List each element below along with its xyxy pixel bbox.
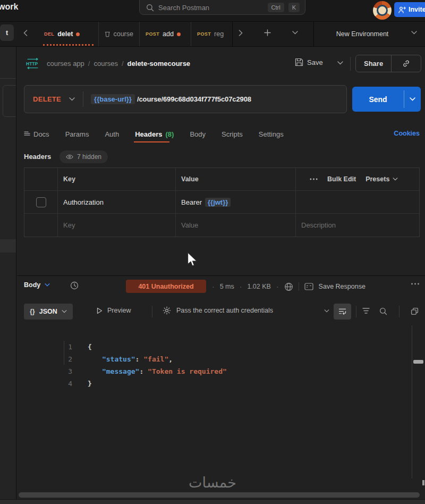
header-value-cell[interactable]: Bearer {{jwt}} [176,191,296,214]
select-column-header [24,168,58,191]
editor-scrollbar-thumb[interactable] [413,360,423,364]
url-editor[interactable]: DELETE {{base-url}} /course/699c68d034f7… [24,85,347,113]
search-response-button[interactable] [379,307,387,315]
save-response-button[interactable]: Save Response [319,283,366,290]
new-key-input[interactable]: Key [58,214,176,237]
copy-icon [411,307,419,315]
tab-post-add[interactable]: POST add [139,22,191,46]
tab-label: reg [214,30,224,38]
tab-course[interactable]: course [98,22,139,46]
status-badge: 401 Unauthorized [126,280,206,293]
search-icon [379,307,387,315]
preview-button[interactable]: Preview [97,307,131,314]
globe-icon[interactable] [284,282,293,291]
method-chip-post: POST [197,31,211,37]
row-checkbox[interactable] [36,197,46,207]
method-chip-post: POST [146,31,159,37]
request-tabbar: t DEL delet course POST add POST reg [0,22,425,47]
scroll-tabs-right-button[interactable] [239,30,243,36]
chevron-down-icon [411,31,417,35]
send-options-button[interactable] [404,87,421,112]
avatar[interactable] [373,1,392,20]
invite-button[interactable]: Invite [394,2,425,17]
url-variable[interactable]: {{base-url}} [91,94,135,104]
scroll-tabs-left-button[interactable] [23,30,28,36]
environment-selector[interactable]: New Environment [318,22,407,46]
tab-params[interactable]: Params [65,130,89,138]
send-button[interactable]: Send [352,87,404,112]
dot-separator: · [276,282,279,291]
headers-section-title: Headers [24,153,51,161]
headers-count: (8) [165,130,174,138]
new-description-input[interactable]: Description [296,214,419,237]
url-path[interactable]: /course/699c68d034f777f5c07c2908 [137,95,251,103]
breadcrumb-workspace[interactable]: courses app [47,60,84,68]
tab-options-button[interactable] [292,31,298,35]
tab-delete-request[interactable]: DEL delet [38,22,98,46]
tab-label: delet [57,30,73,38]
cookies-link[interactable]: Cookies [394,130,420,137]
braces-icon: {} [30,308,35,315]
tab-label: add [163,30,174,38]
tab-post-reg[interactable]: POST reg [191,22,232,46]
suggestion-chevron-button[interactable] [324,309,329,313]
tab-settings[interactable]: Settings [259,130,284,138]
tab-label: Params [65,130,89,138]
history-icon[interactable] [70,281,79,290]
environment-chevron-button[interactable] [411,31,417,35]
shortcut-ctrl-key: Ctrl [268,3,284,12]
tab-docs[interactable]: Docs [24,130,49,138]
tab-body[interactable]: Body [190,130,206,138]
copy-button[interactable] [411,307,419,315]
save-options-button[interactable] [337,61,343,65]
method-chevron-icon[interactable] [69,97,75,101]
editor-gutter-divider [412,325,412,478]
watermark-text: خمسات [0,474,425,491]
format-dropdown[interactable]: {} JSON [24,304,73,320]
headers-table: Key Value Bulk Edit Presets Authorizatio… [24,167,420,237]
divider [83,91,83,107]
more-options-icon[interactable] [310,178,318,180]
auth-suggestion-button[interactable]: Pass the correct auth credentials [163,306,273,315]
divider [356,306,356,317]
new-tab-button[interactable] [264,29,271,36]
hidden-headers-toggle[interactable]: 7 hidden [60,150,108,163]
top-header: work Ctrl K Invite [0,0,425,22]
presets-label: Presets [366,175,389,183]
wrap-text-toggle[interactable] [334,304,351,320]
postman-window: work Ctrl K Invite t DEL delet c [0,0,425,504]
filter-button[interactable] [362,307,370,314]
chevron-right-icon [239,30,243,36]
tab-auth[interactable]: Auth [105,130,119,138]
value-column-header: Value [176,168,296,191]
chevron-down-icon [45,283,50,287]
method-selector[interactable]: DELETE [24,95,61,103]
chevron-down-icon [324,309,329,313]
copy-link-button[interactable] [392,60,421,68]
response-more-options-icon[interactable] [411,283,420,285]
share-button[interactable]: Share [356,60,391,68]
save-button[interactable]: Save [295,58,323,66]
request-subtabs: Docs Params Auth Headers (8) Body Script… [24,125,420,142]
tab-headers[interactable]: Headers (8) [135,130,174,138]
search-input[interactable] [158,4,264,12]
header-key-cell[interactable]: Authorization [58,191,176,214]
new-value-input[interactable]: Value [176,214,296,237]
horizontal-scrollbar[interactable] [19,492,420,498]
tab-scripts[interactable]: Scripts [222,130,243,138]
pane-divider[interactable] [18,275,425,276]
breadcrumb-request-name[interactable]: delete-somecourse [128,60,191,68]
global-search[interactable]: Ctrl K [139,0,305,15]
presets-dropdown[interactable]: Presets [366,175,398,183]
key-column-header: Key [58,168,176,191]
bulk-edit-button[interactable]: Bulk Edit [327,175,356,183]
response-body-dropdown[interactable]: Body [24,281,50,289]
tab-label: course [113,30,133,38]
eye-icon [66,154,73,159]
breadcrumb-collection[interactable]: courses [94,60,118,68]
chevron-down-icon [62,310,67,313]
response-body-editor[interactable]: 1{ 2"status": "fail", 3"message": "Token… [18,325,412,478]
sidebar-sliver[interactable] [0,47,16,499]
overflow-tab[interactable]: t [0,24,14,41]
header-description-cell[interactable] [296,191,419,214]
